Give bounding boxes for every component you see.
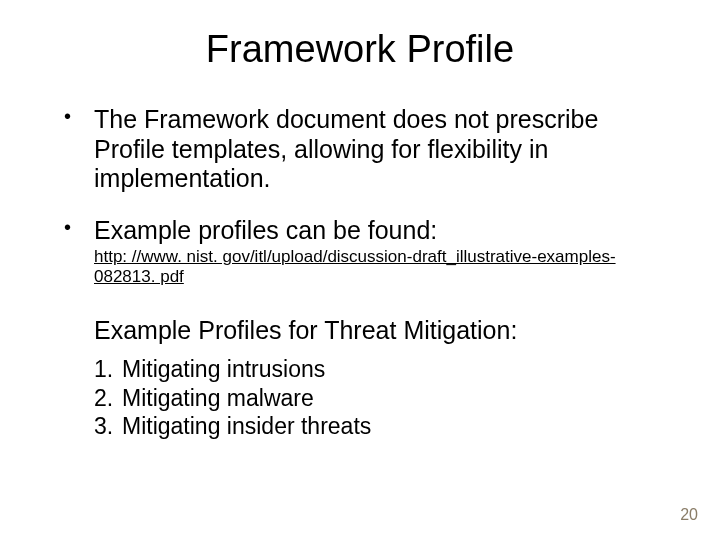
page-number: 20 <box>680 506 698 524</box>
list-item: 3.Mitigating insider threats <box>122 412 660 441</box>
list-text: Mitigating intrusions <box>122 356 325 382</box>
subheading: Example Profiles for Threat Mitigation: <box>94 316 660 345</box>
list-number: 1. <box>94 355 113 384</box>
bullet-list: The Framework document does not prescrib… <box>60 105 660 288</box>
slide-title: Framework Profile <box>60 28 660 71</box>
numbered-list: 1.Mitigating intrusions 2.Mitigating mal… <box>94 355 660 441</box>
bullet-item: Example profiles can be found: http: //w… <box>94 216 660 288</box>
list-text: Mitigating insider threats <box>122 413 371 439</box>
list-number: 2. <box>94 384 113 413</box>
list-item: 1.Mitigating intrusions <box>122 355 660 384</box>
list-text: Mitigating malware <box>122 385 314 411</box>
example-link[interactable]: http: //www. nist. gov/itl/upload/discus… <box>94 247 660 288</box>
bullet-item: The Framework document does not prescrib… <box>94 105 660 194</box>
list-number: 3. <box>94 412 113 441</box>
bullet-text: Example profiles can be found: <box>94 216 437 244</box>
slide: Framework Profile The Framework document… <box>0 0 720 540</box>
list-item: 2.Mitigating malware <box>122 384 660 413</box>
